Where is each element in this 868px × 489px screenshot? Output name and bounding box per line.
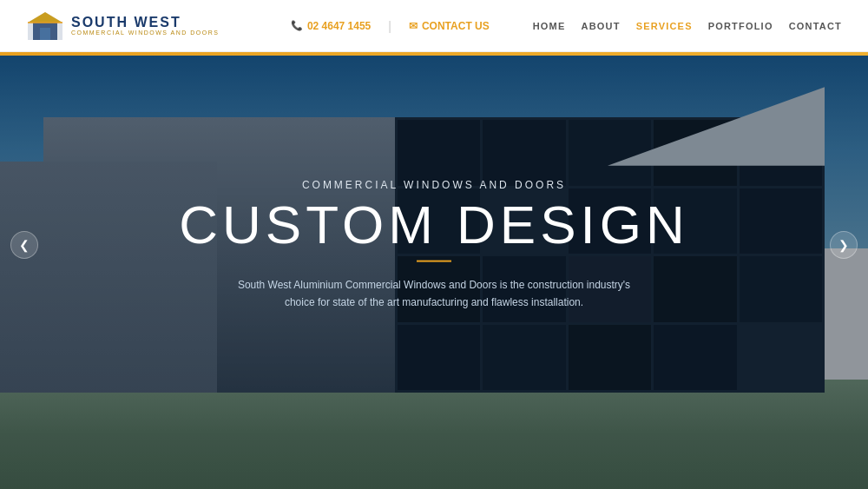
nav-home[interactable]: HOME xyxy=(533,21,566,31)
logo-sub-text: COMMERCIAL WINDOWS AND DOORS xyxy=(71,30,219,36)
phone-contact[interactable]: 📞 02 4647 1455 xyxy=(291,20,371,32)
hero-description: South West Aluminium Commercial Windows … xyxy=(234,275,634,311)
prev-slide-button[interactable]: ❮ xyxy=(10,231,38,259)
next-slide-button[interactable]: ❯ xyxy=(830,231,858,259)
logo-main-text: SOUTH WEST xyxy=(71,15,219,30)
hero-section: COMMERCIAL WINDOWS AND DOORS CUSTOM DESI… xyxy=(0,0,868,489)
nav-portfolio[interactable]: PORTFOLIO xyxy=(708,21,773,31)
svg-marker-1 xyxy=(28,12,62,23)
prev-arrow-icon: ❮ xyxy=(19,238,30,252)
email-contact[interactable]: ✉ CONTACT US xyxy=(409,20,490,32)
logo-text: SOUTH WEST COMMERCIAL WINDOWS AND DOORS xyxy=(71,15,219,36)
main-nav: HOME ABOUT SERVICES PORTFOLIO CONTACT xyxy=(533,21,842,31)
nav-services[interactable]: SERVICES xyxy=(636,21,693,31)
logo-icon xyxy=(26,10,64,42)
next-arrow-icon: ❯ xyxy=(838,238,849,252)
logo[interactable]: SOUTH WEST COMMERCIAL WINDOWS AND DOORS xyxy=(26,10,219,42)
hero-subtitle: COMMERCIAL WINDOWS AND DOORS xyxy=(174,178,694,190)
phone-number: 02 4647 1455 xyxy=(307,20,371,32)
header: SOUTH WEST COMMERCIAL WINDOWS AND DOORS … xyxy=(0,0,868,52)
contact-us-label: CONTACT US xyxy=(422,20,490,32)
orange-accent-bar xyxy=(0,52,868,56)
phone-icon: 📞 xyxy=(291,20,303,31)
hero-content: COMMERCIAL WINDOWS AND DOORS CUSTOM DESI… xyxy=(174,178,694,311)
contact-divider: | xyxy=(388,19,391,33)
header-contact-nav: 📞 02 4647 1455 | ✉ CONTACT US HOME ABOUT… xyxy=(291,19,842,33)
nav-about[interactable]: ABOUT xyxy=(582,21,621,31)
svg-rect-3 xyxy=(40,28,50,40)
email-icon: ✉ xyxy=(409,20,418,32)
hero-divider-line xyxy=(417,260,451,261)
nav-contact[interactable]: CONTACT xyxy=(789,21,842,31)
hero-title: CUSTOM DESIGN xyxy=(174,197,694,251)
